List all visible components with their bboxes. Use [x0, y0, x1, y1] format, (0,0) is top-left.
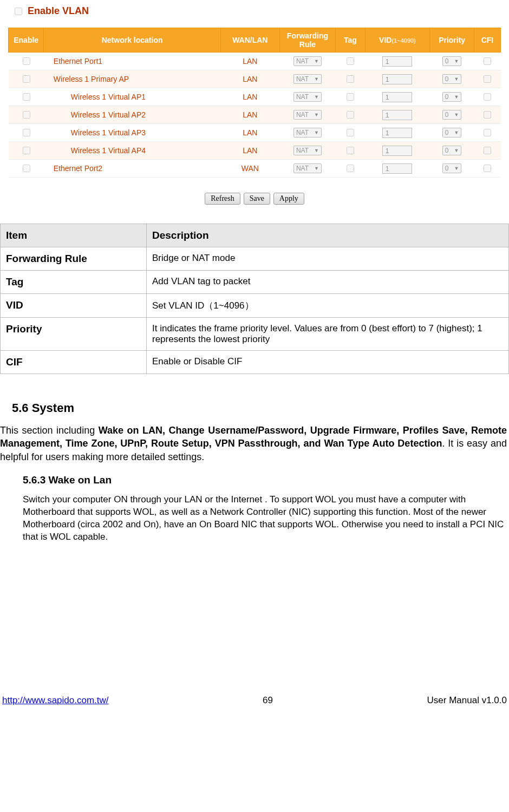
chevron-down-icon: ▼ — [314, 166, 319, 171]
col-wanlan: WAN/LAN — [220, 28, 279, 53]
chevron-down-icon: ▼ — [314, 148, 319, 153]
tag-checkbox[interactable] — [347, 57, 354, 65]
fwd-select[interactable]: NAT▼ — [293, 92, 322, 102]
table-row: Ethernet Port1LANNAT▼0▼ — [9, 53, 501, 70]
tag-checkbox[interactable] — [347, 147, 354, 154]
priority-select[interactable]: 0▼ — [442, 92, 462, 102]
vid-input[interactable] — [382, 56, 412, 67]
fwd-select[interactable]: NAT▼ — [293, 56, 322, 66]
row-enable-checkbox[interactable] — [23, 75, 30, 83]
save-button[interactable]: Save — [244, 193, 270, 205]
fwd-select[interactable]: NAT▼ — [293, 110, 322, 120]
vid-input[interactable] — [382, 92, 412, 102]
cfi-checkbox[interactable] — [484, 93, 491, 101]
desc-item: VID — [1, 294, 147, 318]
row-name: Wireless 1 Virtual AP4 — [44, 142, 221, 160]
row-enable-checkbox[interactable] — [23, 111, 30, 119]
priority-select[interactable]: 0▼ — [442, 163, 462, 173]
desc-item: Priority — [1, 318, 147, 351]
chevron-down-icon: ▼ — [454, 130, 459, 135]
cfi-checkbox[interactable] — [484, 75, 491, 83]
row-name: Ethernet Port1 — [44, 53, 221, 70]
row-name: Wireless 1 Virtual AP2 — [44, 106, 221, 124]
table-row: Wireless 1 Virtual AP4LANNAT▼0▼ — [9, 142, 501, 160]
desc-row: CIFEnable or Disable CIF — [1, 351, 509, 374]
cfi-checkbox[interactable] — [484, 111, 491, 119]
refresh-button[interactable]: Refresh — [205, 193, 240, 205]
chevron-down-icon: ▼ — [454, 94, 459, 100]
vid-input[interactable] — [382, 146, 412, 156]
section-intro: This section including Wake on LAN, Chan… — [0, 424, 507, 463]
chevron-down-icon: ▼ — [454, 166, 459, 171]
row-enable-checkbox[interactable] — [23, 165, 30, 172]
desc-item: Tag — [1, 271, 147, 294]
cfi-checkbox[interactable] — [484, 57, 491, 65]
vid-input[interactable] — [382, 128, 412, 138]
col-vid: VID(1~4090) — [365, 28, 430, 53]
chevron-down-icon: ▼ — [314, 58, 319, 64]
desc-row: Forwarding RuleBridge or NAT mode — [1, 247, 509, 271]
chevron-down-icon: ▼ — [314, 112, 319, 117]
row-type: LAN — [220, 106, 279, 124]
enable-vlan-row: Enable VLAN — [8, 5, 501, 17]
desc-row: VIDSet VLAN ID（1~4096） — [1, 294, 509, 318]
priority-select[interactable]: 0▼ — [442, 110, 462, 120]
fwd-select[interactable]: NAT▼ — [293, 146, 322, 155]
row-type: LAN — [220, 88, 279, 106]
enable-vlan-label: Enable VLAN — [28, 5, 89, 17]
fwd-select[interactable]: NAT▼ — [293, 74, 322, 84]
section-heading: 5.6 System — [12, 401, 509, 415]
footer-page: 69 — [263, 695, 273, 706]
chevron-down-icon: ▼ — [454, 148, 459, 153]
priority-select[interactable]: 0▼ — [442, 146, 462, 155]
priority-select[interactable]: 0▼ — [442, 128, 462, 137]
desc-item: Forwarding Rule — [1, 247, 147, 271]
chevron-down-icon: ▼ — [314, 76, 319, 82]
row-enable-checkbox[interactable] — [23, 129, 30, 136]
desc-row: Priority It indicates the frame priority… — [1, 318, 509, 351]
fwd-select[interactable]: NAT▼ — [293, 163, 322, 173]
table-row: Wireless 1 Virtual AP2LANNAT▼0▼ — [9, 106, 501, 124]
description-table: Item Description Forwarding RuleBridge o… — [0, 224, 509, 374]
cfi-checkbox[interactable] — [484, 129, 491, 136]
footer-url[interactable]: http://www.sapido.com.tw/ — [2, 695, 109, 706]
tag-checkbox[interactable] — [347, 93, 354, 101]
fwd-select[interactable]: NAT▼ — [293, 128, 322, 137]
row-enable-checkbox[interactable] — [23, 93, 30, 101]
cfi-checkbox[interactable] — [484, 165, 491, 172]
table-row: Wireless 1 Virtual AP3LANNAT▼0▼ — [9, 124, 501, 142]
tag-checkbox[interactable] — [347, 75, 354, 83]
row-type: LAN — [220, 53, 279, 70]
col-cfi: CFI — [474, 28, 500, 53]
table-row: Wireless 1 Virtual AP1LANNAT▼0▼ — [9, 88, 501, 106]
chevron-down-icon: ▼ — [454, 58, 459, 64]
vid-input[interactable] — [382, 74, 412, 84]
col-location: Network location — [44, 28, 221, 53]
desc-col-description: Description — [147, 224, 509, 247]
desc-text: It indicates the frame priority level. V… — [147, 318, 509, 351]
row-name: Ethernet Port2 — [44, 160, 221, 178]
row-name: Wireless 1 Virtual AP3 — [44, 124, 221, 142]
row-enable-checkbox[interactable] — [23, 147, 30, 154]
desc-row: TagAdd VLAN tag to packet — [1, 271, 509, 294]
enable-vlan-checkbox[interactable] — [15, 8, 22, 15]
row-type: LAN — [220, 142, 279, 160]
tag-checkbox[interactable] — [347, 111, 354, 119]
col-tag: Tag — [336, 28, 365, 53]
page-footer: http://www.sapido.com.tw/ 69 User Manual… — [0, 695, 509, 706]
tag-checkbox[interactable] — [347, 165, 354, 172]
row-type: LAN — [220, 124, 279, 142]
row-type: LAN — [220, 70, 279, 88]
priority-select[interactable]: 0▼ — [442, 56, 462, 66]
vid-input[interactable] — [382, 110, 412, 120]
vlan-table: Enable Network location WAN/LAN Forwardi… — [8, 28, 501, 178]
vid-input[interactable] — [382, 163, 412, 174]
cfi-checkbox[interactable] — [484, 147, 491, 154]
vlan-config-screenshot: Enable VLAN Enable Network location WAN/… — [0, 0, 509, 215]
priority-select[interactable]: 0▼ — [442, 74, 462, 84]
row-enable-checkbox[interactable] — [23, 57, 30, 65]
apply-button[interactable]: Apply — [273, 193, 304, 205]
chevron-down-icon: ▼ — [314, 94, 319, 100]
tag-checkbox[interactable] — [347, 129, 354, 136]
action-buttons: Refresh Save Apply — [8, 193, 501, 205]
